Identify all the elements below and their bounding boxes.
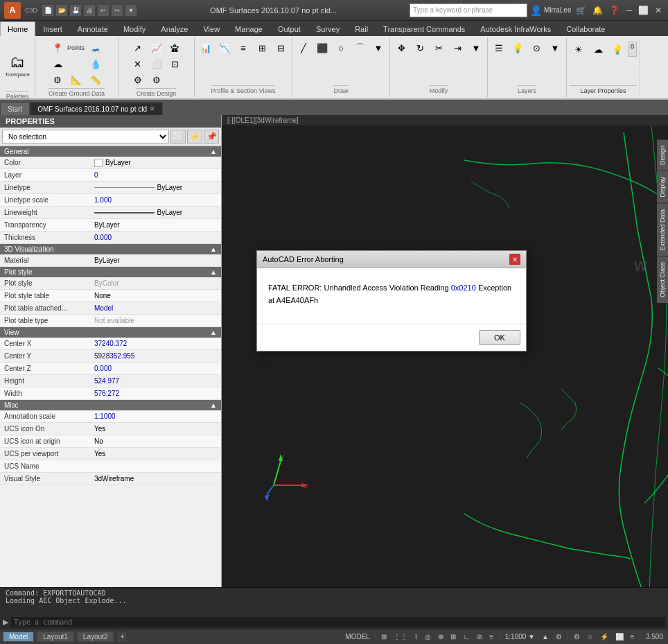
intersection-button[interactable]: ✕ <box>129 56 147 71</box>
error-dialog-close-button[interactable]: ✕ <box>509 254 520 265</box>
create-ground-data-label[interactable]: Create Ground Data <box>49 88 105 98</box>
move-button[interactable]: ✥ <box>392 40 410 55</box>
section-view-button[interactable]: 📉 <box>216 40 234 55</box>
light-button[interactable]: 💡 <box>608 42 626 57</box>
undo-button[interactable]: ↩ <box>97 4 109 17</box>
ground-tool1-button[interactable]: ⚙ <box>49 72 67 87</box>
add-layout-button[interactable]: + <box>116 632 128 643</box>
layer-more-button[interactable]: ▼ <box>546 40 564 55</box>
extend-button[interactable]: ⇥ <box>448 40 466 55</box>
doc-tab-main[interactable]: OMF Surfaces 2016.10.07 no pt cld ✕ <box>30 102 163 115</box>
3d-osnap-toggle[interactable]: ⊞ <box>448 633 458 641</box>
redo-button[interactable]: ↪ <box>111 4 123 17</box>
create-design-label[interactable]: Create Design <box>137 88 177 98</box>
profile-sec-tool4[interactable]: ⊞ <box>253 40 271 55</box>
tab-modify[interactable]: Modify <box>116 21 153 36</box>
draw-label[interactable]: Draw <box>333 85 348 96</box>
cart-icon[interactable]: 🛒 <box>574 4 588 17</box>
tab-collaborate[interactable]: Collaborate <box>559 21 613 36</box>
color-checkbox[interactable] <box>94 159 103 167</box>
layout2-tab[interactable]: Layout2 <box>77 632 114 642</box>
design-tool1-button[interactable]: ⚙ <box>129 72 147 87</box>
profile-button[interactable]: 📈 <box>148 40 166 55</box>
draw-pline-button[interactable]: ⬛ <box>313 40 331 55</box>
hardware-acceleration[interactable]: ⚡ <box>598 633 610 641</box>
toolspace-button[interactable]: 🗂 Toolspace <box>2 42 33 90</box>
profile-section-label[interactable]: Profile & Section Views <box>211 85 276 96</box>
tab-annotate[interactable]: Annotate <box>70 21 116 36</box>
draw-more-button[interactable]: ▼ <box>369 40 387 55</box>
modify-more-button[interactable]: ▼ <box>467 40 485 55</box>
isolate-objects[interactable]: ☆ <box>585 633 595 641</box>
sample-lines-button[interactable]: ≡ <box>234 40 252 55</box>
tab-manage[interactable]: Manage <box>227 21 270 36</box>
trim-button[interactable]: ✂ <box>430 40 448 55</box>
props-section-view[interactable]: View ▲ <box>0 327 221 338</box>
tab-insert[interactable]: Insert <box>35 21 70 36</box>
help-icon[interactable]: ❓ <box>607 4 622 17</box>
tab-object-class[interactable]: Object Class <box>657 256 668 303</box>
print-button[interactable]: 🖨 <box>83 4 96 17</box>
tab-design[interactable]: Design <box>657 139 668 171</box>
layer-off-button[interactable]: 💡 <box>509 40 527 55</box>
otrack-toggle[interactable]: ∟ <box>461 633 472 641</box>
sun-button[interactable]: ☀ <box>570 42 588 57</box>
grid-toggle[interactable]: ⊞ <box>379 633 389 641</box>
ground-tool2-button[interactable]: 📐 <box>67 72 85 87</box>
draw-circle-button[interactable]: ○ <box>332 40 350 55</box>
sky-button[interactable]: ☁ <box>589 42 607 57</box>
cad-viewport[interactable]: W Design Display Extended Data Object Cl… <box>222 125 668 587</box>
user-area[interactable]: 👤 MirraLee <box>530 5 571 16</box>
ortho-toggle[interactable]: ◎ <box>423 633 433 641</box>
rotate-button[interactable]: ↻ <box>411 40 429 55</box>
props-section-misc[interactable]: Misc ▲ <box>0 400 221 410</box>
save-button[interactable]: 💾 <box>69 4 82 17</box>
search-box[interactable]: Type a keyword or phrase <box>410 3 527 17</box>
point-cloud-button[interactable]: ☁ <box>49 56 67 71</box>
polar-toggle[interactable]: ⌇ <box>412 633 420 641</box>
design-tool2-button[interactable]: ⚙ <box>148 72 166 87</box>
tab-rail[interactable]: Rail <box>347 21 376 36</box>
ducs-toggle[interactable]: ⊘ <box>475 633 484 641</box>
open-button[interactable]: 📂 <box>55 4 68 17</box>
pipe-button[interactable]: ⬜ <box>148 56 166 71</box>
doc-tab-close-icon[interactable]: ✕ <box>150 105 155 112</box>
props-section-general[interactable]: General ▲ <box>0 146 221 157</box>
tab-view[interactable]: View <box>195 21 227 36</box>
select-objects-button[interactable]: ⬜ <box>170 130 186 143</box>
layer-isolate-button[interactable]: ⊙ <box>527 40 545 55</box>
alignment-button[interactable]: ↗ <box>129 40 147 55</box>
profile-sec-tool5[interactable]: ⊟ <box>272 40 290 55</box>
profile-view-button[interactable]: 📊 <box>197 40 215 55</box>
notification-icon[interactable]: 🔔 <box>590 4 605 17</box>
modify-label[interactable]: Modify <box>430 85 448 96</box>
new-button[interactable]: 📄 <box>42 4 54 17</box>
doc-tab-start[interactable]: Start <box>0 102 30 115</box>
clean-screen[interactable]: ⬜ <box>613 633 626 641</box>
draw-line-button[interactable]: ╱ <box>295 40 313 55</box>
command-input[interactable] <box>11 617 665 627</box>
ok-button[interactable]: OK <box>479 330 520 345</box>
selection-dropdown[interactable]: No selection <box>2 130 169 143</box>
pressure-button[interactable]: ⊡ <box>166 56 184 71</box>
tab-survey[interactable]: Survey <box>308 21 347 36</box>
annotation-scale[interactable]: 1:1000 ▼ <box>503 633 537 641</box>
layout1-tab[interactable]: Layout1 <box>37 632 74 642</box>
catchment-button[interactable]: 💧 <box>87 56 105 71</box>
tab-extended-data[interactable]: Extended Data <box>657 203 668 256</box>
model-tab[interactable]: Model <box>3 632 34 642</box>
tab-analyze[interactable]: Analyze <box>153 21 195 36</box>
layer-props-button[interactable]: ☰ <box>490 40 508 55</box>
minimize-icon[interactable]: ─ <box>624 4 634 17</box>
draw-arc-button[interactable]: ⌒ <box>351 40 369 55</box>
snap-toggle[interactable]: ⋮⋮ <box>392 633 410 641</box>
model-space-indicator[interactable]: MODEL <box>343 633 372 641</box>
layers-label[interactable]: Layers <box>518 85 536 96</box>
quick-select-button[interactable]: ⚡ <box>187 130 202 143</box>
corridor-button[interactable]: 🛣 <box>166 40 184 55</box>
customization[interactable]: ≡ <box>629 633 637 641</box>
annotation-visibility[interactable]: ▲ <box>540 633 551 641</box>
osnap-toggle[interactable]: ⊕ <box>436 633 446 641</box>
close-window-icon[interactable]: ✕ <box>653 4 664 17</box>
restore-icon[interactable]: ⬜ <box>636 4 651 17</box>
